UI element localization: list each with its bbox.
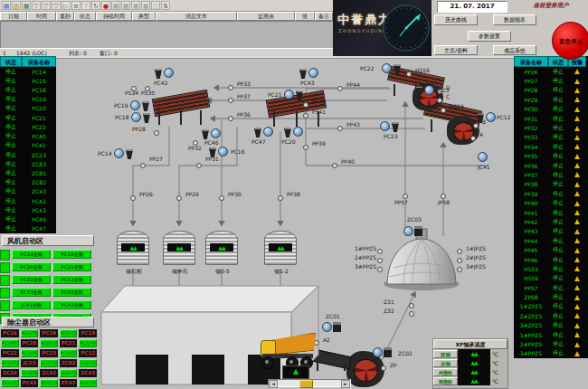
device-start-button[interactable]: ZC24启动 (21, 369, 39, 377)
device-start-button[interactable]: PC21启动 (79, 339, 97, 347)
device-row[interactable]: PP26 停止 (514, 67, 588, 76)
vfd-start-button[interactable]: ZC82变频 (52, 288, 91, 297)
device-start-button[interactable]: JC23启动 (40, 359, 58, 367)
device-row[interactable]: ZP58 停止 (514, 292, 588, 301)
device-row[interactable]: 停止 ZC83 (0, 159, 56, 168)
PC20-unit[interactable] (283, 127, 303, 138)
device-row[interactable]: PP46 停止 (514, 255, 588, 264)
device-start-button[interactable]: PC16启动 (21, 329, 39, 337)
device-row[interactable]: 停止 ZC23 (0, 150, 56, 159)
frequency-slider[interactable]: ◄ ► (268, 379, 351, 387)
device-row[interactable]: 停止 PC18 (0, 85, 56, 94)
device-row[interactable]: PP29 停止 (514, 95, 588, 104)
PC46-unit[interactable] (201, 128, 221, 139)
device-row[interactable]: PP45 停止 (514, 245, 588, 254)
device-row[interactable]: 停止 PC43 (0, 205, 56, 214)
silo[interactable]: ▲▲ 储1-2 (264, 231, 297, 265)
device-row[interactable]: PP32 停止 (514, 123, 588, 132)
PC42-unit[interactable] (154, 68, 174, 79)
device-start-button[interactable]: PC20启动 (40, 339, 58, 347)
PC22-unit[interactable] (382, 63, 402, 74)
device-start-button[interactable]: PC45启动 (40, 379, 58, 387)
device-start-button[interactable]: PC23启动 (60, 349, 78, 357)
device-start-button[interactable]: PC19启动 (1, 339, 19, 347)
device-row[interactable]: PP41 停止 (514, 208, 588, 217)
ZC01-unit[interactable] (322, 322, 341, 332)
slider-right-arrow[interactable]: ► (341, 380, 350, 388)
device-row[interactable]: PP44 停止 (514, 236, 588, 245)
device-row[interactable]: 停止 PC40 (0, 132, 56, 141)
device-row[interactable]: 3#ZPZS 停止 (514, 321, 588, 330)
device-row[interactable]: 2#PPZS 停止 (514, 339, 588, 348)
vfd-start-button[interactable]: PC42变频 (52, 300, 91, 309)
device-row[interactable]: PP30 停止 (514, 105, 588, 114)
device-row[interactable]: PP40 停止 (514, 198, 588, 207)
device-row[interactable]: PP57 停止 (514, 283, 588, 292)
emergency-stop-button[interactable]: 紧急停止 (552, 22, 588, 60)
PC21-unit[interactable] (284, 90, 304, 100)
clipped-button[interactable] (0, 250, 10, 261)
device-row[interactable]: 1#ZPZS 停止 (514, 302, 588, 311)
vfd-start-button[interactable]: PC14变频 (12, 250, 51, 259)
device-row[interactable]: HS56 停止 (514, 274, 588, 283)
vfd-start-button[interactable]: PC22变频 (12, 275, 51, 284)
device-row[interactable]: 停止 PC14 (0, 67, 56, 76)
silo[interactable]: ▲▲ 储石粉 (117, 231, 149, 265)
vfd-start-button[interactable]: PC18变频 (52, 250, 91, 259)
device-row[interactable]: PP39 停止 (514, 189, 588, 198)
vfd-start-button[interactable]: PC12变频 (52, 275, 91, 284)
device-row[interactable]: PP34 停止 (514, 142, 588, 151)
device-start-button[interactable]: ZC42启动 (60, 369, 78, 377)
bearing-label[interactable]: 后轴 (433, 359, 458, 367)
device-row[interactable]: 停止 ZC82 (0, 178, 56, 187)
vfd-start-button[interactable]: JC41变频 (12, 300, 51, 309)
ZC03-unit[interactable] (403, 226, 422, 236)
device-row[interactable]: PP36 停止 (514, 161, 588, 170)
device-row[interactable]: 停止 PC22 (0, 122, 56, 131)
device-row[interactable]: 停止 ZC43 (0, 187, 56, 196)
bearing-label[interactable]: 前轴 (433, 350, 458, 358)
PC18-unit[interactable] (131, 112, 151, 123)
PC19-unit[interactable] (130, 100, 150, 111)
device-start-button[interactable]: ZC43启动 (1, 379, 19, 387)
device-row[interactable]: 1#PPZS 停止 (514, 330, 588, 339)
PC47-unit[interactable] (253, 127, 273, 138)
vfd-start-button[interactable]: PC20变频 (12, 262, 51, 271)
silo[interactable]: ▲▲ 储米石 (163, 231, 195, 265)
slider-left-arrow[interactable]: ◄ (269, 380, 278, 388)
PC43-unit[interactable] (299, 68, 318, 79)
device-start-button[interactable]: ZC82启动 (79, 359, 97, 367)
PC16-unit[interactable] (208, 147, 228, 157)
device-row[interactable]: 停止 PC21 (0, 113, 56, 122)
device-row[interactable]: 3#PPZS 停止 (514, 349, 588, 358)
device-row[interactable]: PP31 停止 (514, 114, 588, 123)
device-row[interactable]: 停止 PC45 (0, 215, 56, 224)
device-start-button[interactable]: PC12启动 (1, 359, 19, 367)
bearing-label[interactable]: A绕组 (433, 368, 458, 376)
vibrating-screen-1[interactable] (152, 89, 208, 125)
device-row[interactable]: 停止 PC20 (0, 104, 56, 113)
device-start-button[interactable]: PC22启动 (21, 349, 39, 357)
bearing-label[interactable]: B绕组 (433, 377, 458, 385)
ZC02-unit[interactable] (373, 347, 392, 357)
device-row[interactable]: HS55 停止 (514, 264, 588, 273)
device-row[interactable]: 停止 PC41 (0, 141, 56, 150)
PC12-unit[interactable] (476, 112, 496, 123)
device-row[interactable]: PP37 停止 (514, 170, 588, 179)
device-row[interactable]: 停止 PC15 (0, 76, 56, 85)
device-row[interactable]: PP42 停止 (514, 217, 588, 226)
slider-handle[interactable] (299, 380, 313, 388)
PC14-unit[interactable] (114, 148, 134, 159)
device-row[interactable]: PP35 停止 (514, 152, 588, 161)
device-row[interactable]: PP43 停止 (514, 227, 588, 236)
device-row[interactable]: 停止 PC19 (0, 95, 56, 104)
device-start-button[interactable]: PC18启动 (60, 329, 78, 337)
device-row[interactable]: PP33 停止 (514, 133, 588, 142)
JC23-unit[interactable] (414, 85, 434, 96)
device-row[interactable]: 2#ZPZS 停止 (514, 311, 588, 320)
device-row[interactable]: 停止 PC42 (0, 196, 56, 205)
clipped-button[interactable] (0, 288, 10, 299)
device-start-button[interactable]: PC47启动 (79, 379, 97, 387)
PC23-unit[interactable] (380, 121, 400, 132)
vfd-start-button[interactable]: ZC23变频 (12, 288, 51, 297)
